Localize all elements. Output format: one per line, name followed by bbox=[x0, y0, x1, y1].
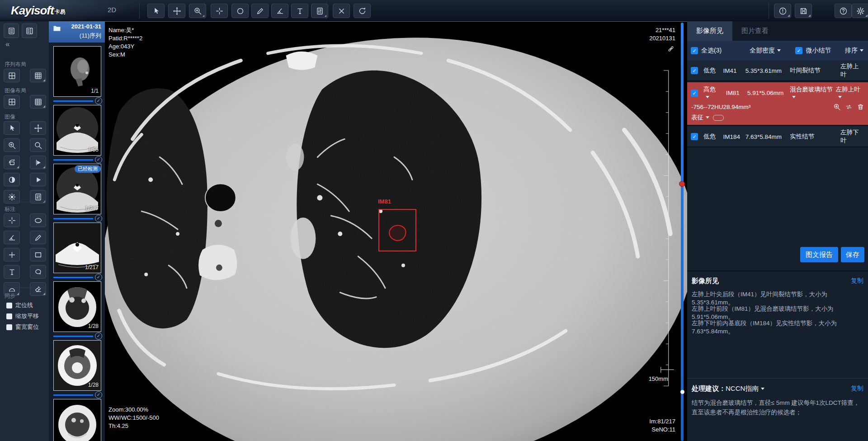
slice-position-marker[interactable] bbox=[679, 181, 685, 187]
collapse-sidebar-button[interactable]: « bbox=[5, 40, 9, 49]
checkbox-unchecked[interactable] bbox=[6, 303, 12, 308]
image-magnify-button[interactable] bbox=[30, 138, 46, 152]
series-layout-2x2-button[interactable] bbox=[4, 69, 20, 82]
checkbox-unchecked[interactable] bbox=[6, 313, 12, 319]
save-study-button[interactable] bbox=[795, 4, 812, 18]
nodule-checkbox[interactable]: ✓ bbox=[691, 133, 698, 140]
thumbnail-series[interactable]: 1/28 ✓ bbox=[53, 281, 102, 339]
image-zoom-in-button[interactable] bbox=[4, 138, 20, 152]
zoom-tool-button[interactable] bbox=[189, 4, 206, 18]
slice-scrollbar[interactable] bbox=[681, 23, 684, 441]
thumbnail-scout[interactable]: 1/1 ✓ bbox=[53, 46, 102, 104]
nodule-location-dropdown[interactable]: 左肺上叶 bbox=[836, 85, 864, 100]
locate-nodule-button[interactable] bbox=[833, 103, 841, 111]
alert-button[interactable] bbox=[774, 4, 791, 18]
thumbnail-series[interactable]: 1/217 ✓ bbox=[53, 223, 102, 280]
image-play-button[interactable] bbox=[30, 173, 46, 186]
reset-button[interactable] bbox=[354, 4, 371, 18]
image-rotate-button[interactable] bbox=[4, 156, 20, 169]
thumb-check-icon[interactable]: ✓ bbox=[95, 391, 102, 398]
finding-line: 左肺下叶前内基底段（IM184）见实性结节影，大小为7.63*5.84mm。 bbox=[692, 319, 863, 336]
nodule-risk-dropdown[interactable]: 高危 bbox=[703, 85, 721, 100]
checkbox-unchecked[interactable] bbox=[6, 324, 12, 330]
thumb-check-icon[interactable]: ✓ bbox=[95, 332, 102, 340]
guideline-dropdown[interactable]: NCCN指南 bbox=[726, 384, 764, 392]
image-layout-2x2-button[interactable] bbox=[4, 95, 20, 109]
pan-tool-button[interactable] bbox=[168, 4, 185, 18]
help-button[interactable] bbox=[835, 4, 852, 18]
anno-bubble-button[interactable] bbox=[30, 265, 46, 279]
anno-ruler-button[interactable] bbox=[30, 231, 46, 244]
tab-findings[interactable]: 影像所见 bbox=[687, 21, 732, 41]
thumb-progress-bar bbox=[53, 394, 93, 396]
feature-dropdown[interactable]: 表征 bbox=[691, 114, 709, 122]
sort-dropdown[interactable]: 排序 bbox=[845, 47, 863, 55]
report-button[interactable]: 图文报告 bbox=[800, 247, 838, 262]
image-pan-button[interactable] bbox=[30, 121, 46, 135]
sync-option-localizer[interactable]: 定位线 bbox=[6, 301, 33, 309]
save-button[interactable]: 保存 bbox=[841, 247, 864, 262]
anno-text-button[interactable] bbox=[4, 265, 20, 279]
thumb-check-icon[interactable]: ✓ bbox=[95, 97, 102, 104]
nodule-checkbox[interactable]: ✓ bbox=[691, 90, 698, 97]
pointer-tool-button[interactable] bbox=[147, 4, 165, 18]
text-icon bbox=[8, 268, 16, 276]
ruler-tool-button[interactable] bbox=[251, 4, 269, 18]
image-pointer-button[interactable] bbox=[4, 121, 20, 135]
thumbnail-series[interactable]: 1/28 ✓ bbox=[53, 340, 102, 398]
anno-plus-button[interactable] bbox=[4, 248, 20, 261]
zoom-in-icon bbox=[193, 7, 202, 15]
delete-annotation-button[interactable] bbox=[333, 4, 350, 18]
mode-2d-label[interactable]: 2D bbox=[108, 6, 116, 14]
report-panel-button[interactable] bbox=[22, 24, 37, 38]
crosshair-icon bbox=[215, 7, 224, 15]
micro-nodule-checkbox[interactable]: ✓ bbox=[795, 47, 802, 54]
nodule-risk: 低危 bbox=[703, 66, 723, 75]
slice-secondary-marker[interactable] bbox=[680, 390, 684, 394]
study-header[interactable]: 2021-01-31 (11)序列 bbox=[49, 21, 105, 43]
image-layout-3x3-button[interactable] bbox=[30, 95, 46, 109]
thumb-check-icon[interactable]: ✓ bbox=[95, 156, 102, 163]
compare-nodule-button[interactable] bbox=[845, 103, 853, 111]
ellipse-tool-button[interactable] bbox=[231, 4, 249, 18]
nodule-row-im81-selected[interactable]: ✓ 高危 IM81 5.91*5.06mm 混合磨玻璃结节 左肺上叶 -756-… bbox=[687, 82, 868, 126]
anno-rectangle-button[interactable] bbox=[30, 248, 46, 261]
sync-option-zoom-pan[interactable]: 缩放平移 bbox=[6, 312, 39, 320]
nodule-row-im184[interactable]: ✓ 低危 IM184 7.63*5.84mm 实性结节 左肺下叶 bbox=[687, 127, 868, 147]
settings-button[interactable] bbox=[852, 4, 868, 18]
anno-eraser-button[interactable] bbox=[30, 282, 46, 296]
thumb-check-icon[interactable]: ✓ bbox=[95, 215, 102, 222]
nodule-row-im41[interactable]: ✓ 低危 IM41 5.35*3.61mm 叶间裂结节 左肺上叶 bbox=[687, 61, 868, 81]
thumb-check-icon[interactable]: ✓ bbox=[95, 274, 102, 281]
thumbnail-series-detected[interactable]: 已经检测 1/217 ✓ bbox=[53, 164, 102, 222]
copy-findings-link[interactable]: 复制 bbox=[851, 277, 863, 285]
series-layout-3x3-button[interactable] bbox=[30, 69, 46, 82]
patient-age: Age:043Y bbox=[108, 43, 142, 51]
tab-image-view[interactable]: 图片查看 bbox=[732, 21, 778, 41]
nodule-type-dropdown[interactable]: 混合磨玻璃结节 bbox=[790, 85, 835, 100]
image-invert-button[interactable] bbox=[4, 173, 20, 186]
delete-nodule-button[interactable] bbox=[857, 103, 864, 111]
delete-x-icon bbox=[337, 7, 346, 15]
image-flip-button[interactable] bbox=[30, 156, 46, 169]
anno-crosshair-button[interactable] bbox=[4, 213, 20, 227]
ct-viewport[interactable]: Name:吴* Patid:R*****2 Age:043Y Sex:M 21*… bbox=[105, 21, 687, 441]
window-level-button[interactable] bbox=[311, 4, 328, 18]
angle-tool-button[interactable] bbox=[271, 4, 288, 18]
nodule-annotation-label[interactable]: IM81 bbox=[378, 198, 391, 205]
sync-option-window[interactable]: 窗宽窗位 bbox=[6, 323, 39, 331]
crosshair-tool-button[interactable] bbox=[211, 4, 228, 18]
thumbnail-series[interactable]: 1/28 ✓ bbox=[53, 399, 102, 441]
feature-toggle[interactable] bbox=[713, 115, 724, 121]
copy-advice-link[interactable]: 复制 bbox=[851, 384, 863, 393]
anno-ellipse-button[interactable] bbox=[30, 213, 46, 227]
density-filter-dropdown[interactable]: 全部密度 bbox=[750, 47, 781, 55]
grid-3x3-icon bbox=[34, 71, 42, 80]
nodule-checkbox[interactable]: ✓ bbox=[691, 67, 698, 74]
select-all-checkbox[interactable]: ✓ bbox=[691, 47, 698, 54]
link-icon[interactable] bbox=[667, 45, 675, 52]
series-list-button[interactable] bbox=[4, 24, 19, 38]
text-tool-button[interactable] bbox=[291, 4, 308, 18]
thumbnail-series[interactable]: 1/55 ✓ bbox=[53, 105, 102, 163]
anno-angle-button[interactable] bbox=[4, 231, 20, 244]
